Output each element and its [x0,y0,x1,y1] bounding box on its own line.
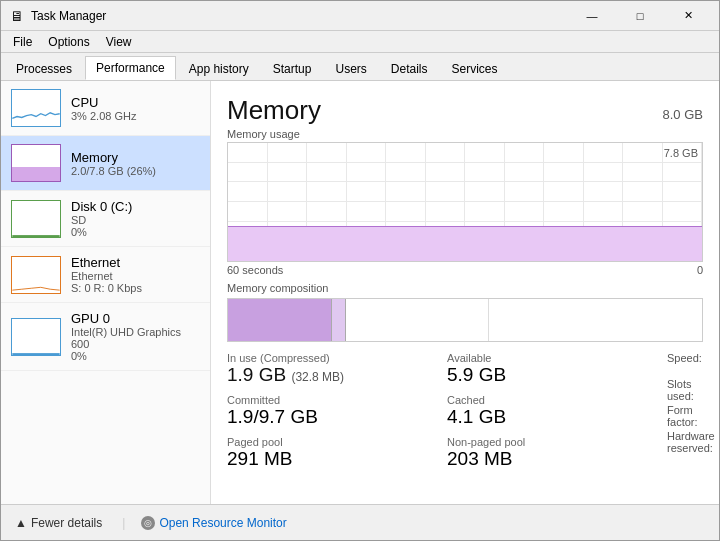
composition-label: Memory composition [227,282,703,294]
tab-processes[interactable]: Processes [5,56,83,80]
maximize-button[interactable]: □ [617,1,663,31]
disk-thumbnail [11,200,61,238]
speed-label: Speed: [667,352,715,376]
comp-free [489,299,702,341]
tab-details[interactable]: Details [380,56,439,80]
sidebar-item-disk[interactable]: Disk 0 (C:) SD 0% [1,191,210,247]
main-header: Memory 8.0 GB [227,95,703,126]
cached-stat: Cached 4.1 GB [447,394,667,428]
form-label: Form factor: [667,404,715,428]
memory-label: Memory [71,150,156,165]
stats-section: In use (Compressed) 1.9 GB (32.8 MB) Com… [227,352,703,478]
memory-info: Memory 2.0/7.8 GB (26%) [71,150,156,177]
stats-mid: Available 5.9 GB Cached 4.1 GB Non-paged… [447,352,667,478]
chart-time-label: 60 seconds [227,264,283,276]
tab-services[interactable]: Services [441,56,509,80]
open-resource-monitor-link[interactable]: ◎ Open Resource Monitor [141,516,286,530]
cpu-value: 3% 2.08 GHz [71,110,136,122]
reserved-label: Hardware reserved: [667,430,715,454]
committed-value: 1.9/9.7 GB [227,406,447,428]
available-label: Available [447,352,667,364]
disk-value: 0% [71,226,132,238]
sidebar-item-memory[interactable]: Memory 2.0/7.8 GB (26%) [1,136,210,191]
tab-apphistory[interactable]: App history [178,56,260,80]
stats-left: In use (Compressed) 1.9 GB (32.8 MB) Com… [227,352,447,478]
page-title: Memory [227,95,321,126]
disk-label: Disk 0 (C:) [71,199,132,214]
paged-label: Paged pool [227,436,447,448]
memory-usage-chart: 7.8 GB [227,142,703,262]
cached-label: Cached [447,394,667,406]
ethernet-info: Ethernet Ethernet S: 0 R: 0 Kbps [71,255,142,294]
chart-zero-label: 0 [697,264,703,276]
nonpaged-stat: Non-paged pool 203 MB [447,436,667,470]
slots-label: Slots used: [667,378,715,402]
gpu-value: 0% [71,350,200,362]
cpu-info: CPU 3% 2.08 GHz [71,95,136,122]
available-value: 5.9 GB [447,364,667,386]
disk-sub: SD [71,214,132,226]
tab-startup[interactable]: Startup [262,56,323,80]
usage-label: Memory usage [227,128,703,140]
paged-stat: Paged pool 291 MB [227,436,447,470]
disk-info: Disk 0 (C:) SD 0% [71,199,132,238]
window-controls: — □ ✕ [569,1,711,31]
window-title: Task Manager [31,9,569,23]
comp-inuse [228,299,332,341]
chart-footer: 60 seconds 0 [227,264,703,276]
chart-max-label: 7.8 GB [664,147,698,159]
svg-rect-1 [12,353,59,355]
resource-monitor-label[interactable]: Open Resource Monitor [159,516,286,530]
chevron-up-icon: ▲ [15,516,27,530]
menu-options[interactable]: Options [40,33,97,51]
total-memory: 8.0 GB [663,107,703,122]
memory-thumbnail [11,144,61,182]
main-content: Memory 8.0 GB Memory usage [211,81,719,504]
nonpaged-label: Non-paged pool [447,436,667,448]
in-use-label: In use (Compressed) [227,352,447,364]
resource-monitor-icon: ◎ [141,516,155,530]
in-use-stat: In use (Compressed) 1.9 GB (32.8 MB) [227,352,447,386]
sidebar-item-ethernet[interactable]: Ethernet Ethernet S: 0 R: 0 Kbps [1,247,210,303]
nonpaged-value: 203 MB [447,448,667,470]
cpu-thumbnail [11,89,61,127]
committed-stat: Committed 1.9/9.7 GB [227,394,447,428]
comp-modified [332,299,346,341]
bottom-bar: ▲ Fewer details | ◎ Open Resource Monito… [1,504,719,540]
fewer-details-button[interactable]: ▲ Fewer details [11,514,106,532]
menu-view[interactable]: View [98,33,140,51]
available-stat: Available 5.9 GB [447,352,667,386]
tab-users[interactable]: Users [324,56,377,80]
close-button[interactable]: ✕ [665,1,711,31]
app-icon: 🖥 [9,8,25,24]
gpu-sub: Intel(R) UHD Graphics 600 [71,326,200,350]
right-stats: Speed: 2133 MHz Slots used: 2 of 4 Form … [667,352,719,478]
ethernet-value: S: 0 R: 0 Kbps [71,282,142,294]
sidebar: CPU 3% 2.08 GHz Memory 2.0/7.8 GB (26%) [1,81,211,504]
committed-label: Committed [227,394,447,406]
tab-performance[interactable]: Performance [85,56,176,80]
gpu-label: GPU 0 [71,311,200,326]
menu-file[interactable]: File [5,33,40,51]
content-area: CPU 3% 2.08 GHz Memory 2.0/7.8 GB (26%) [1,81,719,504]
fewer-details-label: Fewer details [31,516,102,530]
sidebar-item-gpu[interactable]: GPU 0 Intel(R) UHD Graphics 600 0% [1,303,210,371]
memory-fill [228,226,702,261]
memory-value: 2.0/7.8 GB (26%) [71,165,156,177]
in-use-value: 1.9 GB [227,364,286,385]
minimize-button[interactable]: — [569,1,615,31]
memory-composition-chart [227,298,703,342]
svg-rect-0 [12,235,59,237]
tabs-bar: Processes Performance App history Startu… [1,53,719,81]
sidebar-item-cpu[interactable]: CPU 3% 2.08 GHz [1,81,210,136]
ethernet-label: Ethernet [71,255,142,270]
in-use-sub: (32.8 MB) [291,370,344,384]
comp-standby [346,299,488,341]
task-manager-window: 🖥 Task Manager — □ ✕ File Options View P… [0,0,720,541]
cached-value: 4.1 GB [447,406,667,428]
gpu-info: GPU 0 Intel(R) UHD Graphics 600 0% [71,311,200,362]
paged-value: 291 MB [227,448,447,470]
cpu-label: CPU [71,95,136,110]
ethernet-thumbnail [11,256,61,294]
title-bar: 🖥 Task Manager — □ ✕ [1,1,719,31]
